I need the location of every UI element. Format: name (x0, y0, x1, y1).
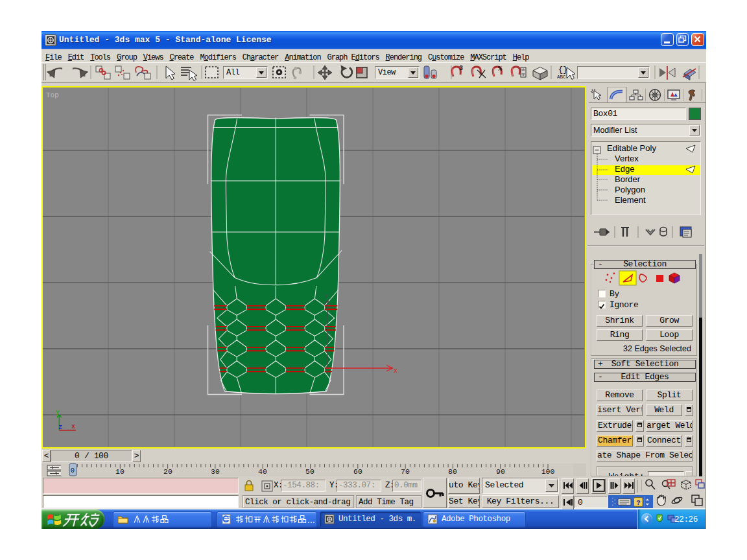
svg-text:x: x (71, 423, 75, 430)
svg-text:?: ? (636, 499, 641, 507)
svg-text:50: 50 (305, 467, 314, 476)
svg-text:Top: Top (46, 91, 59, 99)
svg-text:Y: Y (56, 410, 60, 417)
svg-text:Y: Y (324, 294, 328, 301)
svg-text:80: 80 (448, 467, 457, 476)
svg-text:70: 70 (401, 467, 410, 476)
svg-text:%: % (498, 65, 502, 73)
svg-text:20: 20 (163, 467, 172, 476)
svg-text:z: z (58, 424, 62, 431)
svg-text:60: 60 (353, 467, 362, 476)
svg-text:ABC: ABC (557, 75, 566, 80)
svg-text:30: 30 (211, 467, 220, 476)
svg-text:10: 10 (115, 467, 124, 476)
svg-text:90: 90 (496, 467, 505, 476)
svg-text:x: x (394, 368, 397, 375)
svg-text:40: 40 (258, 467, 267, 476)
svg-text:0: 0 (71, 467, 75, 474)
svg-text:100: 100 (541, 467, 555, 476)
svg-text:3: 3 (459, 65, 463, 72)
svg-text:{}: {} (558, 65, 567, 75)
